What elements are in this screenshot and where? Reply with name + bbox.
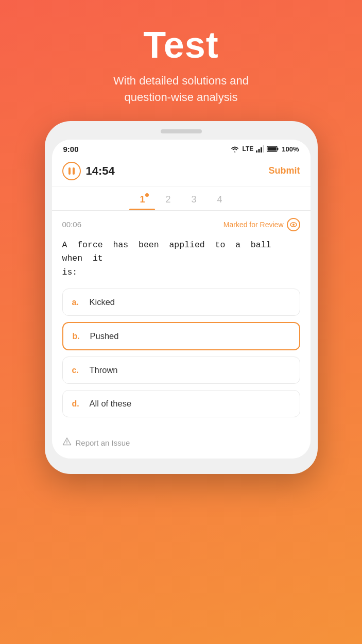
header-subtitle: With detailed solutions andquestion-wise… [21,73,341,106]
page-title: Test [21,25,341,65]
option-b-letter: b. [73,332,83,341]
marked-review-label: Marked for Review [223,221,284,229]
tab-question-1[interactable]: 1 [140,194,145,210]
status-icons: LTE 100% [230,145,299,153]
report-label: Report an Issue [76,438,130,447]
tab-number-3: 3 [192,194,197,205]
report-section[interactable]: Report an Issue [52,430,311,459]
pause-bar-right [73,167,75,175]
tab-question-3[interactable]: 3 [192,194,197,210]
pause-bar-left [68,167,71,175]
timer-bar: 14:54 Submit [52,157,311,187]
signal-icon [256,145,264,152]
question-time: 00:06 [62,220,82,229]
question-meta: 00:06 Marked for Review [62,218,300,231]
question-area: 00:06 Marked for Review A force has been… [52,211,311,430]
warning-icon [62,437,72,448]
svg-rect-3 [263,145,265,152]
pause-button[interactable] [62,162,81,180]
svg-point-8 [292,224,295,226]
option-d[interactable]: d. All of these [62,390,300,417]
option-a-text: Kicked [90,297,115,307]
lte-label: LTE [242,145,253,152]
battery-icon [267,145,279,152]
option-b-text: Pushed [90,331,119,341]
options-list: a. Kicked b. Pushed c. Thrown d. All of … [62,289,300,425]
tab-dot-1 [145,193,149,197]
eye-icon [287,218,300,231]
status-time: 9:00 [63,145,79,154]
option-d-letter: d. [72,399,82,409]
option-c-letter: c. [72,366,82,375]
battery-percent: 100% [282,145,299,153]
tab-number-4: 4 [217,194,222,205]
question-tabs: 1 2 3 4 [52,187,311,211]
question-text: A force has been applied to a ball when … [62,239,300,279]
option-a-letter: a. [72,298,82,307]
timer-value: 14:54 [86,164,115,178]
marked-review[interactable]: Marked for Review [223,218,300,231]
option-c[interactable]: c. Thrown [62,357,300,384]
tab-question-4[interactable]: 4 [217,194,222,210]
option-a[interactable]: a. Kicked [62,289,300,316]
svg-rect-2 [261,147,262,152]
tab-number-1: 1 [140,194,145,205]
pause-icon-bars [68,167,75,175]
header-section: Test With detailed solutions andquestion… [0,0,362,121]
svg-rect-1 [258,149,260,152]
tab-question-2[interactable]: 2 [165,194,170,210]
status-bar: 9:00 LTE [52,140,311,157]
tab-number-2: 2 [165,194,170,205]
wifi-icon [230,145,239,152]
svg-rect-0 [256,150,257,152]
option-c-text: Thrown [90,365,118,375]
submit-button[interactable]: Submit [269,165,300,176]
svg-rect-6 [268,147,277,151]
svg-rect-5 [277,148,279,150]
timer-left: 14:54 [62,162,115,180]
svg-point-10 [66,443,67,444]
option-b[interactable]: b. Pushed [62,322,300,350]
option-d-text: All of these [90,399,132,409]
phone-notch [161,129,202,133]
phone-shell: 9:00 LTE [45,121,318,474]
phone-screen: 9:00 LTE [52,140,311,459]
